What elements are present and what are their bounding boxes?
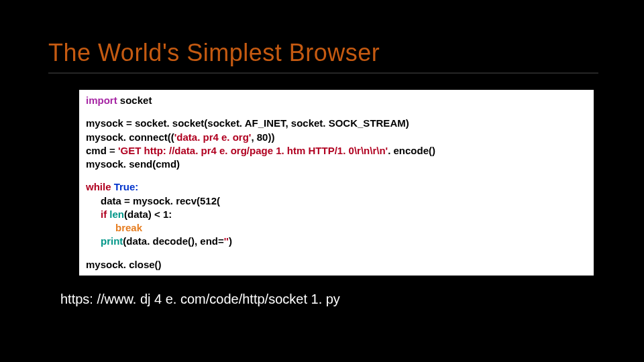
number-literal: 80 [257,131,268,143]
code-text: , [251,131,256,143]
keyword-while: while [86,181,111,192]
slide-title: The World's Simplest Browser [0,0,644,67]
code-section-setup: mysock = socket. socket(socket. AF_INET,… [86,117,587,171]
code-text: (data. decode(), end= [123,235,223,247]
code-section-close: mysock. close() [86,258,587,272]
keyword-if: if [101,208,109,220]
code-line: if len(data) < 1: [86,208,587,221]
builtin-len: len [109,208,124,220]
code-block: import socket mysock = socket. socket(so… [79,90,594,276]
code-line: print(data. decode(), end='') [86,235,587,248]
code-text: )) [268,131,274,143]
code-line: mysock. connect(('data. pr4 e. org', 80)… [86,131,587,144]
code-text: . encode() [388,145,435,156]
builtin-print: print [101,235,123,247]
code-line: while True: [86,180,587,194]
string-literal: 'data. pr4 e. org' [174,131,252,143]
source-link: https: //www. dj 4 e. com/code/http/sock… [60,292,644,307]
code-text: mysock. connect(( [86,131,174,143]
code-line: import socket [86,94,587,107]
code-text: (data) < [124,208,163,220]
code-line: data = mysock. recv(512( [86,194,587,208]
keyword-import: import [86,95,117,106]
code-section-import: import socket [86,94,587,107]
code-text: ) [229,235,232,247]
keyword-true: True: [111,181,139,192]
title-underline [48,72,598,74]
module-name: socket [120,95,152,106]
code-section-loop: while True: data = mysock. recv(512( if … [86,180,587,248]
code-line: mysock. send(cmd) [86,158,587,171]
code-line: mysock. close() [86,258,587,272]
code-line: mysock = socket. socket(socket. AF_INET,… [86,117,587,130]
keyword-break: break [115,222,142,233]
string-literal: 'GET http: //data. pr4 e. org/page 1. ht… [118,145,388,156]
string-literal: '' [224,235,229,247]
code-text: data = mysock. recv( [101,195,200,206]
code-text: : [168,208,172,220]
code-line: cmd = 'GET http: //data. pr4 e. org/page… [86,144,587,158]
code-text: ( [217,195,220,206]
code-text: cmd = [86,145,118,156]
code-line: break [86,221,587,235]
number-literal: 512 [200,195,217,206]
